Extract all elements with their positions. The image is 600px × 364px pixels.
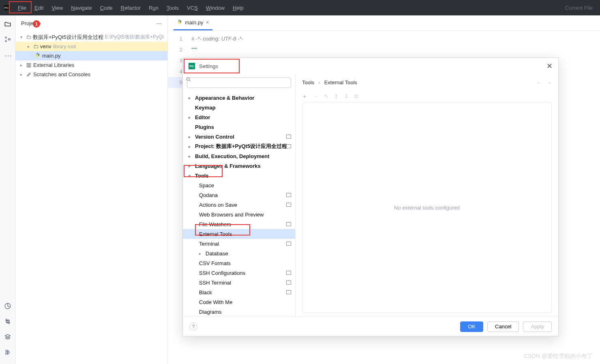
settings-item-black[interactable]: Black	[183, 287, 295, 297]
settings-item-build-execution-deployment[interactable]: ▸Build, Execution, Deployment	[183, 151, 295, 161]
python-file-icon	[177, 19, 182, 26]
external-libs-label: External Libraries	[33, 62, 74, 68]
svg-point-1	[5, 41, 6, 42]
copy-icon[interactable]: ⧉	[354, 93, 358, 100]
code-line-1: # -*- coding: UTF-8 -*-	[191, 33, 600, 44]
tree-external-libs[interactable]: ▸ External Libraries	[15, 60, 167, 70]
menu-code[interactable]: Code	[96, 2, 117, 13]
expand-arrow-icon: ▸	[189, 135, 193, 139]
apply-button[interactable]: Apply	[523, 321, 552, 332]
expand-arrow-icon: ▸	[189, 154, 193, 158]
expand-arrow-icon: ▸	[189, 115, 193, 120]
menu-tools[interactable]: Tools	[163, 2, 183, 13]
project-tree: ▾ 🗀 数据库+PyQt5设计应用全过程 E:\PyQt5项目\数据库+PyQt…	[15, 31, 167, 81]
settings-item-label: Terminal	[199, 241, 219, 247]
editor-tabs: main.py ×	[168, 15, 600, 31]
nav-forward-icon[interactable]: →	[546, 79, 552, 86]
settings-item-database[interactable]: ▸Database	[183, 248, 295, 258]
chart-icon[interactable]	[4, 302, 11, 310]
tree-venv[interactable]: ▸ 🗀 venv library root	[15, 42, 167, 51]
ok-button[interactable]: OK	[460, 321, 483, 332]
settings-item-plugins[interactable]: Plugins	[183, 122, 295, 132]
settings-item-languages-frameworks[interactable]: ▸Languages & Frameworks	[183, 161, 295, 171]
search-icon	[186, 77, 191, 82]
tab-main-py[interactable]: main.py ×	[174, 15, 212, 30]
pycharm-icon: PC	[189, 63, 195, 69]
project-icon[interactable]	[4, 20, 11, 28]
settings-tree[interactable]: ▸Appearance & BehaviorKeymap▸EditorPlugi…	[183, 91, 295, 317]
settings-item-external-tools[interactable]: External Tools	[183, 229, 295, 239]
settings-item-label: External Tools	[199, 231, 232, 237]
menu-navigate[interactable]: Navigate	[67, 2, 96, 13]
edit-icon[interactable]: ✎	[324, 93, 328, 99]
svg-rect-6	[27, 63, 28, 67]
settings-item-appearance-behavior[interactable]: ▸Appearance & Behavior	[183, 93, 295, 103]
main-file-name: main.py	[42, 53, 61, 59]
svg-rect-8	[30, 63, 30, 67]
menu-refactor[interactable]: Refactor	[117, 2, 145, 13]
menu-view[interactable]: View	[47, 2, 67, 13]
settings-item-keymap[interactable]: Keymap	[183, 103, 295, 112]
settings-item-csv-formats[interactable]: CSV Formats	[183, 258, 295, 268]
tree-main-py[interactable]: main.py	[15, 51, 167, 60]
settings-item-project-pyqt5-[interactable]: ▸Project: 数据库+PyQt5设计应用全过程	[183, 141, 295, 151]
collapse-icon[interactable]: —	[156, 20, 162, 26]
project-level-icon	[286, 222, 291, 226]
up-icon[interactable]: ↥	[334, 93, 339, 99]
settings-item-actions-on-save[interactable]: Actions on Save	[183, 200, 295, 210]
settings-item-code-with-me[interactable]: Code With Me	[183, 297, 295, 307]
breadcrumb-current: External Tools	[324, 79, 357, 86]
settings-item-file-watchers[interactable]: File Watchers	[183, 219, 295, 229]
settings-item-label: Actions on Save	[199, 202, 237, 208]
project-level-icon	[286, 135, 291, 139]
settings-item-ssh-terminal[interactable]: SSH Terminal	[183, 278, 295, 287]
library-icon	[26, 62, 32, 68]
settings-item-editor[interactable]: ▸Editor	[183, 112, 295, 122]
menu-edit[interactable]: Edit	[30, 2, 47, 13]
services-icon[interactable]	[4, 349, 11, 356]
more-tools-icon[interactable]: ⋯	[4, 51, 11, 60]
menu-window[interactable]: Window	[202, 2, 229, 13]
search-input[interactable]	[187, 77, 291, 88]
menu-help[interactable]: Help	[229, 2, 248, 13]
python-console-icon[interactable]	[4, 318, 11, 325]
settings-item-label: Qodana	[199, 192, 218, 198]
cancel-button[interactable]: Cancel	[487, 321, 519, 332]
settings-item-web-browsers-and-preview[interactable]: Web Browsers and Preview	[183, 210, 295, 219]
dialog-close-icon[interactable]: ✕	[546, 62, 553, 71]
app-logo: PC	[3, 4, 10, 11]
close-tab-icon[interactable]: ×	[206, 19, 209, 26]
venv-badge: library root	[53, 44, 76, 49]
settings-item-ssh-configurations[interactable]: SSH Configurations	[183, 268, 295, 278]
tree-root[interactable]: ▾ 🗀 数据库+PyQt5设计应用全过程 E:\PyQt5项目\数据库+PyQt	[15, 32, 167, 42]
project-level-icon	[286, 290, 291, 294]
settings-item-label: Build, Execution, Deployment	[195, 153, 269, 159]
help-icon[interactable]: ?	[189, 323, 197, 331]
settings-item-space[interactable]: Space	[183, 180, 295, 190]
menu-file[interactable]: File	[14, 2, 30, 13]
expand-arrow-icon: ▸	[199, 251, 203, 256]
down-icon[interactable]: ↧	[344, 93, 349, 99]
packages-icon[interactable]	[4, 333, 11, 340]
empty-state-text: No external tools configured	[394, 205, 460, 211]
settings-item-diagrams[interactable]: Diagrams	[183, 307, 295, 317]
tree-scratches[interactable]: ▸ Scratches and Consoles	[15, 70, 167, 79]
expand-arrow-icon: ▸	[189, 96, 193, 100]
nav-back-icon[interactable]: ←	[536, 79, 542, 86]
root-path: E:\PyQt5项目\数据库+PyQt	[105, 34, 164, 41]
add-icon[interactable]: ＋	[302, 93, 307, 100]
svg-point-0	[5, 37, 6, 38]
project-level-icon	[286, 144, 291, 148]
remove-icon[interactable]: －	[313, 93, 318, 100]
settings-item-terminal[interactable]: Terminal	[183, 239, 295, 248]
structure-icon[interactable]	[4, 36, 11, 43]
svg-rect-7	[28, 63, 29, 67]
settings-item-version-control[interactable]: ▸Version Control	[183, 132, 295, 141]
menu-vcs[interactable]: VCS	[183, 2, 202, 13]
settings-item-qodana[interactable]: Qodana	[183, 190, 295, 200]
project-level-icon	[286, 203, 291, 207]
menu-run[interactable]: Run	[145, 2, 163, 13]
settings-item-label: Database	[206, 251, 228, 257]
settings-item-tools[interactable]: ▾Tools	[183, 171, 295, 180]
settings-item-label: Plugins	[195, 124, 214, 130]
